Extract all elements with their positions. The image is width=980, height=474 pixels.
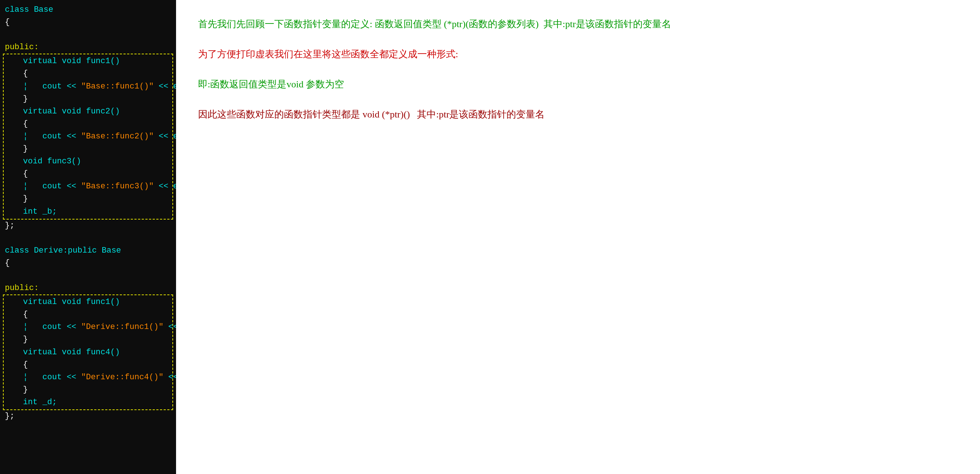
base-func2-open: { <box>4 118 172 130</box>
base-class-declaration: class Base <box>0 4 176 16</box>
base-func1-body: ¦ cout << "Base::func1()" << endl; <box>4 80 172 93</box>
base-open-brace: { <box>0 16 176 29</box>
base-highlight-box: virtual void func1() { ¦ cout << "Base::… <box>3 54 173 219</box>
base-func2-body: ¦ cout << "Base::func2()" << endl; <box>4 130 172 143</box>
base-public-keyword: public: <box>0 41 176 54</box>
base-func3-open: { <box>4 168 172 180</box>
derive-int-d: int _d; <box>4 396 172 409</box>
base-int-b: int _b; <box>4 206 172 218</box>
derive-func4-decl: virtual void func4() <box>4 346 172 359</box>
derive-func4-close: } <box>4 384 172 396</box>
explanation-line-4: 因此这些函数对应的函数指针类型都是 void (*ptr)() 其中:ptr是该… <box>198 105 958 124</box>
derive-func1-body: ¦ cout << "Derive::func1()" << endl; <box>4 321 172 334</box>
gap-line <box>0 232 176 244</box>
base-func1-decl: virtual void func1() <box>4 55 172 67</box>
derive-func1-decl: virtual void func1() <box>4 296 172 308</box>
base-func1-close: } <box>4 93 172 105</box>
derive-func4-body: ¦ cout << "Derive::func4()" << endl; <box>4 371 172 384</box>
derive-open-brace: { <box>0 257 176 270</box>
explanation-line-1: 首先我们先回顾一下函数指针变量的定义: 函数返回值类型 (*ptr)(函数的参数… <box>198 15 958 34</box>
derive-func4-open: { <box>4 359 172 371</box>
base-func3-body: ¦ cout << "Base::func3()" << endl; <box>4 180 172 193</box>
explanation-panel: 首先我们先回顾一下函数指针变量的定义: 函数返回值类型 (*ptr)(函数的参数… <box>176 0 980 474</box>
base-func2-close: } <box>4 143 172 155</box>
base-close-brace: }; <box>0 220 176 232</box>
base-func1-open: { <box>4 67 172 80</box>
base-func3-close: } <box>4 193 172 205</box>
derive-func1-open: { <box>4 308 172 321</box>
derive-public-keyword: public: <box>0 282 176 294</box>
derive-class-declaration: class Derive:public Base <box>0 244 176 257</box>
empty-line-1 <box>0 29 176 41</box>
base-func3-decl: void func3() <box>4 155 172 168</box>
explanation-line-3: 即:函数返回值类型是void 参数为空 <box>198 75 958 94</box>
base-func2-decl: virtual void func2() <box>4 105 172 118</box>
derive-close-brace: }; <box>0 410 176 423</box>
empty-line-2 <box>0 270 176 282</box>
derive-func1-close: } <box>4 334 172 346</box>
code-panel: class Base { public: virtual void func1(… <box>0 0 176 474</box>
derive-highlight-box: virtual void func1() { ¦ cout << "Derive… <box>3 294 173 410</box>
explanation-line-2: 为了方便打印虚表我们在这里将这些函数全都定义成一种形式: <box>198 45 958 64</box>
